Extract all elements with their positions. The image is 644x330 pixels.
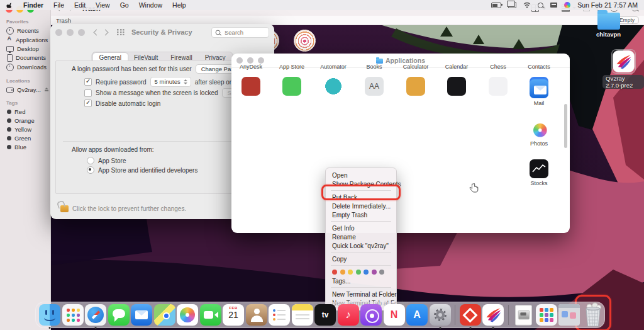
app-stocks[interactable]: Stocks — [530, 159, 548, 186]
identified-devs-radio[interactable] — [87, 166, 94, 174]
dock-facetime[interactable] — [200, 304, 221, 326]
screen-mirroring-icon[interactable] — [508, 2, 516, 8]
app-icon[interactable] — [282, 77, 301, 96]
sidebar-item-downloads[interactable]: Downloads — [0, 62, 50, 72]
sidebar-item-qv2ray-volume[interactable]: Qv2ray... — [0, 85, 50, 94]
dock-finder[interactable] — [39, 304, 60, 326]
spotlight-icon[interactable] — [538, 3, 543, 8]
vertical-scrollbar[interactable] — [564, 104, 567, 148]
menu-view[interactable]: View — [96, 1, 110, 9]
dock-calendar[interactable]: FEB21 — [223, 304, 244, 326]
dock-notes[interactable] — [292, 304, 313, 326]
menu-item-tags[interactable]: Tags... — [326, 276, 396, 285]
menu-file[interactable]: File — [53, 1, 64, 9]
menu-finder[interactable]: Finder — [23, 1, 43, 9]
sidebar-tag-green[interactable]: Green — [0, 134, 50, 142]
dock-dmg-file[interactable] — [513, 304, 534, 326]
sidebar-tag-orange[interactable]: Orange — [0, 116, 50, 125]
menu-item-copy[interactable]: Copy — [326, 254, 396, 263]
desktop-icon-chitavpn[interactable]: chitavpn — [596, 10, 621, 38]
close-button[interactable] — [55, 29, 62, 36]
interval-dropdown[interactable]: 5 minutes — [150, 77, 191, 87]
app-label[interactable]: Contacts — [519, 64, 558, 70]
app-icon[interactable] — [242, 77, 260, 96]
back-icon[interactable] — [94, 29, 100, 35]
app-mail[interactable]: Mail — [530, 79, 548, 106]
menu-item-get-info[interactable]: Get Info — [326, 224, 396, 232]
sidebar-tag-blue[interactable]: Blue — [0, 142, 50, 143]
sidebar-item-applications[interactable]: Applications — [0, 35, 50, 44]
menu-item-rename[interactable]: Rename — [326, 232, 396, 241]
menu-go[interactable]: Go — [120, 1, 129, 9]
tag-grey-icon[interactable] — [379, 270, 384, 275]
dock-mail[interactable] — [131, 304, 152, 326]
battery-icon[interactable] — [491, 3, 501, 8]
menu-item-quick-look[interactable]: Quick Look "qv2ray" — [326, 241, 396, 250]
apple-menu-icon[interactable] — [6, 1, 13, 9]
dock-contacts[interactable] — [246, 304, 267, 326]
app-icon[interactable] — [324, 77, 343, 96]
sidebar-item-desktop[interactable]: Desktop — [0, 44, 50, 53]
applications-window[interactable]: Applications AnyDesk App Store Automator… — [231, 54, 570, 233]
zoom-button[interactable] — [78, 29, 85, 36]
sidebar-item-recents[interactable]: Recents — [0, 26, 50, 35]
dock-messages[interactable] — [108, 304, 130, 326]
dock-trash[interactable] — [582, 304, 603, 326]
disable-auto-login-checkbox[interactable] — [84, 100, 92, 107]
dock-anydesk[interactable] — [460, 304, 481, 326]
minimize-button[interactable] — [67, 29, 74, 36]
wifi-icon[interactable] — [523, 2, 531, 8]
app-label[interactable]: Chess — [479, 64, 518, 70]
dock-safari[interactable] — [85, 304, 106, 326]
menu-item-delete-immediately[interactable]: Delete Immediately... — [326, 202, 396, 210]
menu-edit[interactable]: Edit — [74, 1, 86, 9]
siri-icon[interactable] — [564, 2, 570, 8]
app-icon[interactable] — [489, 77, 508, 96]
display-icon[interactable] — [550, 3, 557, 8]
menu-window[interactable]: Window — [139, 1, 162, 9]
dock-maps[interactable] — [154, 304, 175, 326]
security-titlebar[interactable]: Security & Privacy — [50, 24, 274, 40]
app-label[interactable]: Books — [355, 64, 394, 70]
forward-icon[interactable] — [103, 29, 109, 35]
tag-purple-icon[interactable] — [372, 270, 377, 275]
app-icon[interactable] — [447, 77, 466, 96]
dock-music[interactable] — [338, 304, 359, 326]
menu-item-open[interactable]: Open — [326, 171, 396, 179]
dock-system-preferences[interactable] — [430, 304, 451, 326]
desktop-icon-qv2ray[interactable]: Qv2ray 2.7.0-pre2 — [602, 49, 644, 89]
search-field[interactable] — [211, 27, 269, 38]
menu-help[interactable]: Help — [172, 1, 186, 9]
sidebar-tag-red[interactable]: Red — [0, 107, 50, 116]
search-input[interactable] — [223, 28, 264, 37]
dock-applications-stack[interactable] — [536, 304, 557, 326]
tag-green-icon[interactable] — [356, 270, 361, 275]
tag-red-icon[interactable] — [332, 270, 337, 275]
tag-blue-icon[interactable] — [364, 270, 369, 275]
show-message-checkbox[interactable] — [84, 89, 92, 97]
dock-qv2ray[interactable] — [482, 304, 504, 326]
dock-launchpad[interactable] — [62, 304, 84, 326]
app-store-radio[interactable] — [87, 157, 94, 164]
dock-news[interactable] — [384, 304, 405, 326]
app-label[interactable]: Calendar — [437, 64, 476, 70]
dock-minimized-window[interactable] — [558, 304, 580, 326]
unlocked-padlock-icon[interactable] — [60, 205, 69, 212]
show-all-icon[interactable] — [117, 29, 125, 35]
menu-item-new-terminal[interactable]: New Terminal at Folder — [326, 290, 396, 299]
dock-podcasts[interactable] — [360, 304, 382, 326]
app-label[interactable]: Calculator — [396, 64, 435, 70]
sidebar-tag-yellow[interactable]: Yellow — [0, 125, 50, 134]
tag-orange-icon[interactable] — [340, 270, 345, 275]
dock-app-store[interactable] — [406, 304, 428, 326]
dock-reminders[interactable] — [269, 304, 290, 326]
app-label[interactable]: AnyDesk — [231, 64, 270, 70]
tag-yellow-icon[interactable] — [348, 270, 353, 275]
dock-photos[interactable] — [177, 304, 198, 326]
require-password-checkbox[interactable] — [84, 78, 92, 86]
app-photos[interactable]: Photos — [530, 120, 548, 147]
dock-tv[interactable]: tv — [314, 304, 336, 326]
sidebar-item-documents[interactable]: Documents — [0, 53, 50, 62]
menu-item-empty-trash[interactable]: Empty Trash — [326, 210, 396, 219]
app-icon[interactable] — [406, 77, 425, 96]
